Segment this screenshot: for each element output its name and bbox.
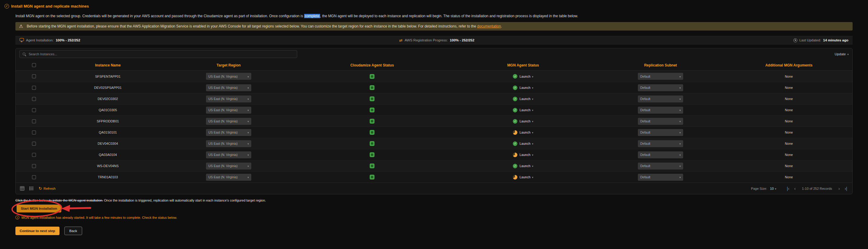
- aws-registration-status: AWS Registration Progress: 100% - 252/25…: [399, 38, 474, 42]
- replication-subnet-dropdown[interactable]: Default: [638, 129, 683, 136]
- mgn-status-icon: [513, 119, 517, 124]
- launch-dropdown[interactable]: Launch: [520, 153, 533, 157]
- installation-note-strikethrough: Click the button below to initiate the M…: [16, 198, 103, 202]
- row-checkbox[interactable]: [32, 153, 36, 157]
- row-checkbox[interactable]: [32, 142, 36, 146]
- replication-subnet-value: Default: [640, 175, 650, 179]
- target-region-dropdown[interactable]: US East (N. Virginia): [206, 95, 251, 102]
- table-row: QA01C0305 US East (N. Virginia) Launch: [16, 104, 852, 116]
- target-region-dropdown[interactable]: US East (N. Virginia): [206, 118, 251, 125]
- launch-dropdown[interactable]: Launch: [520, 164, 533, 168]
- target-region-dropdown[interactable]: US East (N. Virginia): [206, 84, 251, 91]
- refresh-button[interactable]: Refresh: [39, 186, 56, 191]
- start-mgn-installation-button[interactable]: Start MGN Installation: [17, 205, 61, 212]
- search-icon: [23, 53, 25, 55]
- launch-dropdown[interactable]: Launch: [520, 97, 533, 101]
- launch-dropdown[interactable]: Launch: [520, 130, 533, 134]
- mgn-status-icon: [513, 153, 517, 157]
- replication-subnet-dropdown[interactable]: Default: [638, 140, 683, 147]
- launch-dropdown[interactable]: Launch: [520, 119, 533, 123]
- cloudamize-status-cell: [293, 175, 451, 180]
- cloudamize-status-icon: [370, 163, 374, 168]
- prev-page-button[interactable]: ‹: [794, 186, 797, 191]
- replication-subnet-cell: Default: [596, 129, 725, 136]
- grid-view-icon[interactable]: [20, 186, 25, 191]
- target-region-dropdown[interactable]: US East (N. Virginia): [206, 140, 251, 147]
- target-region-dropdown[interactable]: US East (N. Virginia): [206, 174, 251, 181]
- target-region-dropdown[interactable]: US East (N. Virginia): [206, 73, 251, 80]
- select-all-checkbox[interactable]: [32, 63, 36, 67]
- target-region-cell: US East (N. Virginia): [164, 107, 293, 114]
- chevron-down-icon: [532, 130, 533, 134]
- warning-banner: Before starting the MGN agent installati…: [16, 22, 852, 31]
- target-region-value: US East (N. Virginia): [208, 97, 238, 101]
- additional-mgn-arguments: None: [725, 175, 852, 179]
- target-region-value: US East (N. Virginia): [208, 175, 238, 179]
- row-checkbox[interactable]: [32, 74, 36, 78]
- wizard-actions: Continue to next step Back: [16, 227, 852, 235]
- target-region-dropdown[interactable]: US East (N. Virginia): [206, 163, 251, 169]
- launch-dropdown[interactable]: Launch: [520, 86, 533, 89]
- agent-installation-status: Agent Installation: 100% - 252/252: [20, 38, 80, 42]
- target-region-value: US East (N. Virginia): [208, 130, 238, 134]
- replication-subnet-dropdown[interactable]: Default: [638, 174, 683, 181]
- launch-dropdown[interactable]: Launch: [520, 142, 533, 145]
- first-page-button[interactable]: |‹: [786, 186, 790, 191]
- search-input[interactable]: [19, 50, 297, 58]
- row-checkbox[interactable]: [32, 130, 36, 134]
- update-dropdown[interactable]: Update: [835, 52, 849, 56]
- replication-subnet-dropdown[interactable]: Default: [638, 73, 683, 80]
- table-header: Instance Name Target Region Cloudamize A…: [16, 60, 852, 71]
- replication-subnet-dropdown[interactable]: Default: [638, 118, 683, 125]
- row-checkbox[interactable]: [32, 119, 36, 123]
- row-checkbox-cell: [16, 119, 52, 123]
- replication-subnet-dropdown[interactable]: Default: [638, 84, 683, 91]
- row-checkbox[interactable]: [32, 108, 36, 112]
- chevron-down-icon: [247, 175, 249, 179]
- instance-name: QA01C0305: [52, 108, 164, 112]
- cloudamize-status-icon: [370, 107, 374, 113]
- target-region-dropdown[interactable]: US East (N. Virginia): [206, 129, 251, 136]
- row-checkbox-cell: [16, 108, 52, 112]
- monitor-icon: [20, 38, 24, 41]
- row-checkbox[interactable]: [32, 175, 36, 179]
- list-view-icon[interactable]: [29, 186, 34, 191]
- chevron-down-icon: [679, 108, 681, 112]
- launch-dropdown[interactable]: Launch: [520, 75, 533, 78]
- table-row: SFSPENTAPP01 US East (N. Virginia) Launc…: [16, 71, 852, 82]
- target-region-dropdown[interactable]: US East (N. Virginia): [206, 151, 251, 158]
- row-checkbox[interactable]: [32, 86, 36, 90]
- mgn-status-cell: Launch: [451, 108, 596, 113]
- replication-subnet-dropdown[interactable]: Default: [638, 107, 683, 114]
- page-size-dropdown[interactable]: 10: [770, 187, 776, 190]
- mgn-status-cell: Launch: [451, 142, 596, 146]
- launch-dropdown[interactable]: Launch: [520, 175, 533, 179]
- replication-subnet-dropdown[interactable]: Default: [638, 95, 683, 102]
- launch-dropdown[interactable]: Launch: [520, 108, 533, 112]
- replication-subnet-cell: Default: [596, 140, 725, 147]
- continue-button[interactable]: Continue to next step: [16, 227, 60, 235]
- chevron-down-icon: [679, 119, 681, 123]
- additional-mgn-arguments: None: [725, 119, 852, 123]
- replication-subnet-dropdown[interactable]: Default: [638, 151, 683, 158]
- launch-label: Launch: [520, 164, 530, 168]
- table-row: DEV02C0302 US East (N. Virginia) Launch: [16, 93, 852, 104]
- target-region-dropdown[interactable]: US East (N. Virginia): [206, 107, 251, 114]
- mgn-status-icon: [513, 142, 517, 146]
- clock-icon: [794, 38, 797, 42]
- next-page-button[interactable]: ›: [837, 186, 841, 191]
- column-header-replication-subnet: Replication Subnet: [596, 63, 725, 67]
- row-checkbox[interactable]: [32, 97, 36, 101]
- row-checkbox-cell: [16, 164, 52, 168]
- installation-note-rest: Once the installation is triggered, repl…: [103, 198, 266, 202]
- cloudamize-status-cell: [293, 141, 451, 146]
- last-page-button[interactable]: ›|: [844, 186, 848, 191]
- replication-subnet-value: Default: [640, 130, 650, 134]
- back-button[interactable]: Back: [64, 227, 83, 235]
- chevron-down-icon: [532, 86, 533, 89]
- replication-subnet-dropdown[interactable]: Default: [638, 163, 683, 169]
- row-checkbox[interactable]: [32, 164, 36, 168]
- documentation-link[interactable]: documentation: [477, 24, 501, 28]
- target-region-cell: US East (N. Virginia): [164, 140, 293, 147]
- launch-label: Launch: [520, 153, 530, 157]
